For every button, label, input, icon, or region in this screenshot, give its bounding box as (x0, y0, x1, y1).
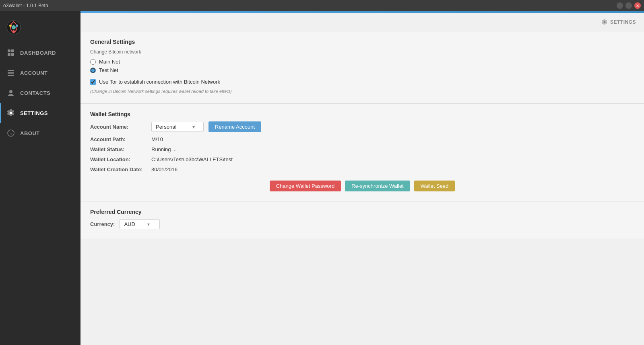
mainnet-label: Main Net (99, 59, 120, 65)
dropdown-arrow-icon: ▾ (192, 124, 195, 130)
testnet-option[interactable]: Test Net (90, 67, 634, 73)
svg-point-1 (12, 25, 16, 29)
sidebar-item-account[interactable]: ACCOUNT (0, 63, 80, 83)
account-name-label: Account Name: (90, 124, 147, 130)
sidebar-label-account: ACCOUNT (20, 70, 48, 76)
close-button[interactable]: ✕ (634, 2, 641, 9)
preferred-currency-title: Preferred Currency (90, 209, 634, 215)
sidebar-label-about: ABOUT (20, 130, 40, 136)
sidebar: DASHBOARD ACCOUNT CONTACTS (0, 11, 80, 345)
tor-checkbox[interactable] (90, 79, 96, 85)
sidebar-logo (0, 15, 80, 43)
currency-dropdown[interactable]: AUD ▾ (120, 219, 160, 229)
resync-wallet-button[interactable]: Re-synchronize Wallet (345, 181, 410, 191)
sidebar-label-dashboard: DASHBOARD (20, 50, 56, 56)
sidebar-item-contacts[interactable]: CONTACTS (0, 83, 80, 103)
sidebar-label-contacts: CONTACTS (20, 90, 50, 96)
tor-checkbox-item[interactable]: Use Tor to establish connection with Bit… (90, 79, 634, 85)
account-name-row: Account Name: Personal ▾ Rename Account (90, 121, 634, 132)
account-path-value: M/10 (151, 136, 163, 142)
wallet-location-row: Wallet Location: C:\Users\Test\.o3bc\WAL… (90, 156, 634, 162)
svg-rect-6 (11, 49, 14, 52)
wallet-creation-value: 30/01/2016 (151, 166, 178, 172)
window-controls[interactable]: ─ □ ✕ (617, 2, 641, 9)
rename-account-button[interactable]: Rename Account (208, 121, 261, 132)
change-password-button[interactable]: Change Wallet Password (270, 181, 341, 191)
testnet-label: Test Net (99, 67, 118, 73)
svg-rect-5 (8, 49, 10, 52)
app-container: DASHBOARD ACCOUNT CONTACTS (0, 11, 644, 345)
titlebar: o3Wallet - 1.0.1 Beta ─ □ ✕ (0, 0, 644, 11)
info-icon: i (6, 129, 15, 138)
app-logo (6, 20, 21, 35)
network-subtitle: Change Bitcoin network (90, 49, 634, 55)
general-settings-section: General Settings Change Bitcoin network … (80, 31, 644, 104)
wallet-seed-button[interactable]: Wallet Seed (414, 181, 455, 191)
svg-point-12 (9, 90, 12, 93)
sidebar-item-dashboard[interactable]: DASHBOARD (0, 43, 80, 63)
main-content: SETTINGS General Settings Change Bitcoin… (80, 11, 644, 345)
gear-icon (601, 19, 608, 25)
account-name-dropdown[interactable]: Personal ▾ (151, 122, 204, 132)
svg-rect-9 (8, 70, 14, 71)
wallet-status-value: Running ... (151, 146, 177, 152)
content-area: General Settings Change Bitcoin network … (80, 31, 644, 345)
wallet-creation-row: Wallet Creation Date: 30/01/2016 (90, 166, 634, 172)
wallet-settings-section: Wallet Settings Account Name: Personal ▾… (80, 104, 644, 201)
svg-rect-11 (8, 75, 14, 76)
sidebar-item-settings[interactable]: SETTINGS (0, 103, 80, 123)
tor-notice: (Change in Bitcoin Network settings requ… (90, 89, 634, 94)
currency-value: AUD (124, 221, 135, 227)
mainnet-radio[interactable] (90, 59, 96, 65)
svg-text:i: i (10, 131, 12, 136)
svg-rect-8 (11, 53, 14, 56)
wallet-location-label: Wallet Location: (90, 156, 147, 162)
account-path-row: Account Path: M/10 (90, 136, 634, 142)
svg-point-4 (12, 30, 15, 33)
settings-icon (6, 109, 15, 117)
svg-point-2 (9, 25, 12, 27)
svg-rect-10 (8, 72, 14, 74)
topbar: SETTINGS (80, 13, 644, 31)
sidebar-label-settings: SETTINGS (20, 110, 48, 116)
wallet-location-value: C:\Users\Test\.o3bc\WALLETS\test (151, 156, 233, 162)
maximize-button[interactable]: □ (625, 2, 632, 9)
mainnet-option[interactable]: Main Net (90, 59, 634, 65)
app-title: o3Wallet - 1.0.1 Beta (3, 3, 48, 8)
wallet-settings-title: Wallet Settings (90, 111, 634, 117)
testnet-radio[interactable] (90, 68, 96, 73)
currency-label: Currency: (90, 221, 115, 227)
account-icon (6, 68, 15, 77)
svg-point-3 (16, 25, 18, 27)
contacts-icon (6, 88, 15, 97)
sidebar-item-about[interactable]: i ABOUT (0, 123, 80, 143)
wallet-status-row: Wallet Status: Running ... (90, 146, 634, 152)
currency-row: Currency: AUD ▾ (90, 219, 634, 229)
general-settings-title: General Settings (90, 39, 634, 45)
topbar-settings[interactable]: SETTINGS (601, 19, 636, 25)
preferred-currency-section: Preferred Currency Currency: AUD ▾ (80, 201, 644, 239)
currency-dropdown-arrow-icon: ▾ (147, 222, 150, 227)
account-name-value: Personal (156, 124, 176, 130)
wallet-creation-label: Wallet Creation Date: (90, 166, 147, 172)
network-radio-group: Main Net Test Net (90, 59, 634, 73)
wallet-status-label: Wallet Status: (90, 146, 147, 152)
svg-rect-7 (8, 53, 10, 56)
topbar-settings-label: SETTINGS (610, 19, 636, 25)
account-path-label: Account Path: (90, 136, 147, 142)
minimize-button[interactable]: ─ (617, 2, 623, 9)
wallet-action-buttons: Change Wallet Password Re-synchronize Wa… (90, 181, 634, 191)
dashboard-icon (6, 48, 15, 57)
tor-label: Use Tor to establish connection with Bit… (99, 79, 220, 85)
